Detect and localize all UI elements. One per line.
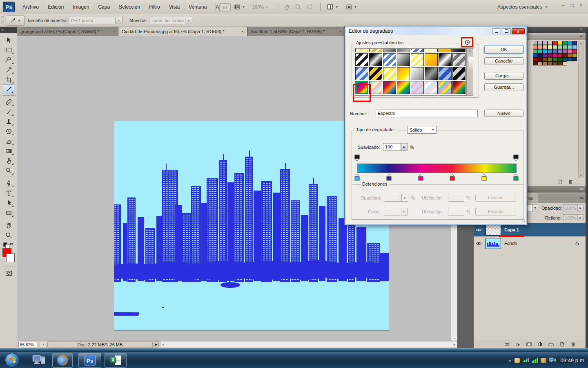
eraser-tool[interactable]	[3, 136, 14, 146]
color-swatch[interactable]	[543, 49, 548, 53]
link-layers-button[interactable]	[503, 341, 510, 347]
gradient-preset[interactable]	[397, 53, 410, 66]
color-swatch[interactable]	[562, 41, 567, 45]
color-swatch[interactable]	[548, 45, 552, 49]
gradient-preset[interactable]	[411, 53, 424, 66]
gradient-preset[interactable]	[397, 48, 410, 52]
dialog-close-button[interactable]: ×	[512, 28, 525, 34]
close-button[interactable]: ×	[578, 2, 584, 8]
hand-tool[interactable]	[3, 220, 14, 230]
move-tool[interactable]	[3, 35, 14, 45]
color-swatch[interactable]	[548, 53, 552, 57]
color-swatch[interactable]	[552, 53, 557, 57]
cancel-button[interactable]: Cancelar	[484, 57, 523, 65]
status-zoom-input[interactable]: 66,67%	[18, 342, 37, 347]
screen-mode-button[interactable]: ▼	[345, 3, 357, 11]
scroll-up-arrow[interactable]: ▲	[579, 42, 583, 45]
color-stop[interactable]	[418, 174, 423, 181]
color-swatch[interactable]	[557, 45, 562, 49]
zoom-tool-button[interactable]	[295, 3, 302, 11]
color-swatch[interactable]	[543, 61, 548, 65]
panel-menu-icon[interactable]: ▾≡	[580, 196, 583, 200]
menu-item-filtro[interactable]: Filtro	[145, 3, 164, 11]
smoothness-input[interactable]: 100	[383, 143, 401, 151]
photoshop-logo[interactable]: Ps	[3, 2, 15, 12]
status-flyout-arrow[interactable]: ▶	[154, 341, 159, 348]
opacity-stop[interactable]	[354, 155, 360, 162]
bridge-button[interactable]: Br	[219, 3, 231, 11]
color-stop[interactable]	[354, 174, 360, 181]
layer-name[interactable]: Fondo	[504, 241, 517, 246]
color-swatch[interactable]	[552, 61, 557, 65]
layer-style-button[interactable]	[514, 341, 521, 347]
gradient-preview-bar[interactable]	[357, 164, 517, 173]
color-swatch[interactable]	[557, 41, 562, 45]
new-swatch-button[interactable]	[557, 179, 564, 185]
color-swatch[interactable]	[538, 53, 543, 57]
layer-thumbnail[interactable]	[486, 224, 501, 236]
delete-layer-button[interactable]	[570, 341, 577, 347]
dialog-title-bar[interactable]: Editor de degradado ×	[345, 27, 526, 35]
ok-button[interactable]: OK	[484, 46, 523, 54]
gradient-type-select[interactable]: Sólido ▼	[407, 126, 437, 134]
fill-spinner[interactable]: ▶	[578, 214, 584, 221]
delete-swatch-button[interactable]	[567, 179, 574, 185]
color-swatch[interactable]	[562, 49, 567, 53]
gradient-preset[interactable]	[425, 95, 438, 96]
gradient-preset[interactable]	[383, 81, 396, 94]
layer-thumbnail[interactable]	[486, 238, 501, 249]
color-stop[interactable]	[513, 174, 519, 181]
background-color-chip[interactable]	[6, 254, 15, 262]
healing-tool[interactable]	[3, 97, 14, 107]
color-swatch[interactable]	[567, 41, 572, 45]
document-tab[interactable]: Sin título-1 al 66% (Capa 1, RGB/8) *×	[247, 27, 345, 36]
zoom-level-control[interactable]: 100% ▼	[252, 3, 274, 11]
show-hidden-icons-button[interactable]: ▲	[508, 359, 512, 362]
crop-tool[interactable]	[3, 74, 14, 84]
history-tool[interactable]	[3, 126, 14, 136]
smoothness-spinner[interactable]: ▶	[401, 143, 408, 151]
gradient-preset[interactable]	[383, 95, 396, 96]
gradient-name-input[interactable]: Espectro	[376, 110, 478, 117]
lasso-tool[interactable]	[3, 55, 14, 65]
gradient-preset[interactable]	[411, 48, 424, 52]
tray-update-icon[interactable]	[514, 358, 520, 363]
color-swatch[interactable]	[543, 41, 548, 45]
dodge-tool[interactable]	[3, 166, 14, 175]
fill-value[interactable]: 100%	[563, 214, 578, 221]
document-tab[interactable]: grunge.psd al 66,7% (Capa 2, RGB/8) *×	[17, 27, 118, 36]
menu-item-selección[interactable]: Selección	[115, 3, 144, 11]
panel-menu-icon[interactable]: ▾≡	[580, 187, 583, 191]
color-swatch[interactable]	[557, 53, 562, 57]
type-tool[interactable]	[3, 188, 14, 198]
color-swatch[interactable]	[557, 57, 562, 61]
color-swatch[interactable]	[552, 45, 557, 49]
menu-item-vista[interactable]: Vista	[165, 3, 183, 11]
layer-row[interactable]: Fondo	[474, 237, 586, 250]
gradient-preset[interactable]	[369, 81, 382, 94]
gradient-preset[interactable]	[383, 53, 396, 66]
gradient-preset[interactable]	[439, 81, 452, 94]
wand-tool[interactable]	[3, 65, 14, 74]
current-tool-button[interactable]: ▼	[6, 16, 24, 26]
scroll-right-arrow[interactable]: ▶	[454, 343, 456, 346]
layer-name[interactable]: Capa 1	[504, 227, 519, 232]
color-swatch[interactable]	[572, 49, 577, 53]
gradient-preset[interactable]	[397, 67, 410, 80]
color-swatch[interactable]	[533, 57, 538, 61]
menu-item-ventana[interactable]: Ventana	[185, 3, 210, 11]
color-swatch[interactable]	[538, 57, 543, 61]
scroll-down-arrow[interactable]: ▼	[451, 337, 457, 340]
color-swatch[interactable]	[538, 45, 543, 49]
load-button[interactable]: Cargar...	[484, 72, 523, 80]
gradient-preset[interactable]	[355, 48, 368, 52]
marquee-tool[interactable]	[3, 45, 14, 55]
scroll-up-arrow[interactable]: ▲	[467, 49, 473, 52]
panel-menu-icon[interactable]: ▾≡	[580, 34, 583, 38]
gradient-preset[interactable]	[411, 95, 424, 96]
color-swatch[interactable]	[567, 57, 572, 61]
taskbar-computer-shortcut[interactable]	[32, 354, 46, 367]
color-swatch[interactable]	[548, 57, 552, 61]
gradient-preset[interactable]	[411, 81, 424, 94]
quick-mask-button[interactable]	[3, 268, 14, 278]
